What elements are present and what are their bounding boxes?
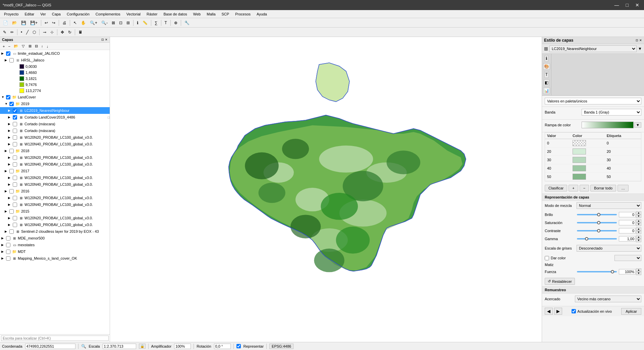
check-cortado-mask2[interactable] (13, 129, 17, 133)
check-mdt[interactable] (6, 250, 10, 254)
layer-item-w120n40-2016[interactable]: ▶ ⊞ W120N40_PROBAV_LC100_global_v3.0. (0, 201, 110, 208)
expand-sentinel[interactable]: ▶ (5, 230, 8, 233)
fuerza-up[interactable]: ▲ (636, 268, 641, 272)
check-w120n40-2016[interactable] (13, 203, 17, 207)
calc-button[interactable]: 🖩 (77, 29, 84, 36)
layer-item-w120n40-2019a[interactable]: ▶ ⊞ W120N40_PROBAV_LC100_global_v3.0. (0, 141, 110, 147)
check-lc2019nn[interactable] (13, 108, 17, 113)
dar-color-select[interactable] (614, 255, 641, 261)
pan-button[interactable]: ✋ (79, 19, 88, 26)
layer-item-2017[interactable]: ▶ 📁 2017 (0, 168, 110, 174)
brillo-track[interactable] (577, 214, 617, 215)
expand-2015[interactable]: ▶ (5, 210, 8, 213)
color-0[interactable] (571, 139, 605, 147)
expand-mde[interactable]: ▶ (1, 236, 5, 240)
modo-mezcla-select[interactable]: Normal (577, 202, 641, 209)
fuerza-thumb[interactable] (611, 270, 614, 273)
menu-complementos[interactable]: Complementos (93, 11, 123, 17)
saturacion-track[interactable] (577, 222, 617, 223)
identify-button[interactable]: ℹ (135, 19, 140, 26)
layer-item-hrsl[interactable]: ▶ ⊞ HRSL_Jalisco (0, 57, 110, 63)
menu-editar[interactable]: Editar (22, 11, 37, 17)
zoom-out-button[interactable]: 🔍- (100, 19, 109, 26)
expand-w120n40-2016[interactable]: ▶ (8, 203, 11, 206)
brillo-up[interactable]: ▲ (636, 211, 641, 215)
expand-w120n40-2019a[interactable]: ▶ (8, 142, 11, 146)
expand-hrsl[interactable]: ▶ (5, 58, 8, 62)
banda-select[interactable]: Banda 1 (Gray) (582, 109, 641, 116)
expand-2016[interactable]: ▶ (5, 189, 8, 193)
expand-landcover[interactable]: ▼ (1, 95, 5, 99)
save-as-button[interactable]: 💾+ (29, 19, 39, 26)
undo-button[interactable]: ↩ (43, 19, 50, 26)
edit2-button[interactable]: ✏ (9, 29, 15, 36)
expand-mdt[interactable]: ▶ (1, 250, 5, 253)
check-mde[interactable] (6, 236, 10, 240)
zoom-full-button[interactable]: ⊠ (110, 19, 117, 26)
menu-proyecto[interactable]: Proyecto (1, 11, 21, 17)
remove-layer-button[interactable]: − (7, 44, 11, 49)
point-button[interactable]: • (19, 29, 24, 36)
escala-grises-select[interactable]: Desconectado (577, 245, 641, 252)
amplificador-input[interactable] (174, 344, 191, 349)
layer-item-w120n20-2015[interactable]: ▶ ⊞ W120N20_PROBAV_LC100_global_v3.0. (0, 215, 110, 221)
minimize-button[interactable]: — (612, 2, 621, 8)
check-w120n40-2017[interactable] (13, 182, 17, 187)
filter-layer-button[interactable]: ▽ (20, 43, 26, 49)
zoom-layer-button[interactable]: ⊡ (117, 19, 124, 26)
move-up-button[interactable]: ↑ (40, 44, 45, 49)
check-mexstates[interactable] (6, 243, 10, 247)
more-options-button[interactable]: … (618, 185, 629, 191)
brillo-down[interactable]: ▼ (636, 215, 641, 218)
layers-search-input[interactable] (1, 336, 109, 341)
style-layer-select[interactable]: LC2019_NearestNeighbour (549, 45, 637, 52)
color-20[interactable] (571, 147, 605, 156)
map-canvas[interactable] (110, 37, 542, 342)
layer-item-w120n20-2019a[interactable]: ▶ ⊞ W120N20_PROBAV_LC100_global_v3.0. (0, 134, 110, 141)
expand-mapping[interactable]: ▶ (1, 257, 5, 260)
fuerza-down[interactable]: ▼ (636, 272, 641, 275)
contraste-thumb[interactable] (597, 229, 600, 232)
actualizacion-vivo-checkbox[interactable] (572, 309, 576, 313)
back-button[interactable]: ◀ (545, 308, 553, 315)
layers-panel-close[interactable]: ✕ (105, 38, 108, 41)
close-button[interactable]: ✕ (633, 2, 641, 8)
layer-item-w120n20-2018[interactable]: ▶ ⊞ W120N20_PROBAV_LC100_global_v3.0. (0, 154, 110, 161)
measure-button[interactable]: 📏 (141, 19, 149, 26)
gamma-track[interactable] (577, 238, 617, 239)
zoom-selection-button[interactable]: ⊞ (125, 19, 131, 26)
expand-lc2019nn[interactable]: ▶ (8, 109, 11, 112)
menu-raster[interactable]: Ráster (144, 11, 160, 17)
expand-cortado4486[interactable]: ▶ (8, 116, 11, 119)
check-w120n20-2018[interactable] (13, 156, 17, 160)
check-cortado4486[interactable] (13, 115, 17, 120)
edit-button[interactable]: ✎ (1, 29, 8, 36)
expand-w120n40-2015[interactable]: ▶ (8, 223, 11, 226)
redo-button[interactable]: ↪ (50, 19, 57, 26)
check-hrsl[interactable] (9, 58, 14, 62)
layer-item-mapping[interactable]: ▶ ⊞ Mapping_Mexico_s_land_cover_OK (0, 255, 110, 262)
tab-icon-info[interactable]: ℹ (545, 55, 548, 62)
merge-button[interactable]: ⊹ (49, 29, 55, 36)
menu-web[interactable]: Web (191, 11, 203, 17)
render-type-select[interactable]: Valores en paleta/únicos (545, 98, 641, 104)
acercado-select[interactable]: Vecino más cercano (575, 296, 641, 302)
expand-w120n20-2019a[interactable]: ▶ (8, 136, 11, 139)
layers-panel-detach[interactable]: ⊡ (101, 38, 104, 41)
check-mapping[interactable] (6, 256, 10, 261)
check-limite[interactable] (6, 51, 10, 56)
expand-2017[interactable]: ▶ (5, 169, 8, 173)
brillo-thumb[interactable] (597, 213, 600, 216)
save-project-button[interactable]: 💾 (19, 19, 28, 26)
menu-capa[interactable]: Capa (49, 11, 63, 17)
layer-item-2015[interactable]: ▶ 📁 2015 (0, 208, 110, 215)
contraste-track[interactable] (577, 230, 617, 231)
restablecer-button[interactable]: ↺ Restablecer (545, 278, 575, 285)
move-button[interactable]: ✥ (59, 29, 66, 36)
color-ramp-preview[interactable] (582, 122, 634, 128)
check-w120n40-2019a[interactable] (13, 142, 17, 146)
check-w120n20-2015[interactable] (13, 216, 17, 220)
tab-icon-histog[interactable]: 📊 (543, 87, 550, 94)
saturacion-thumb[interactable] (597, 221, 600, 224)
new-project-button[interactable]: 📄 (1, 19, 10, 26)
